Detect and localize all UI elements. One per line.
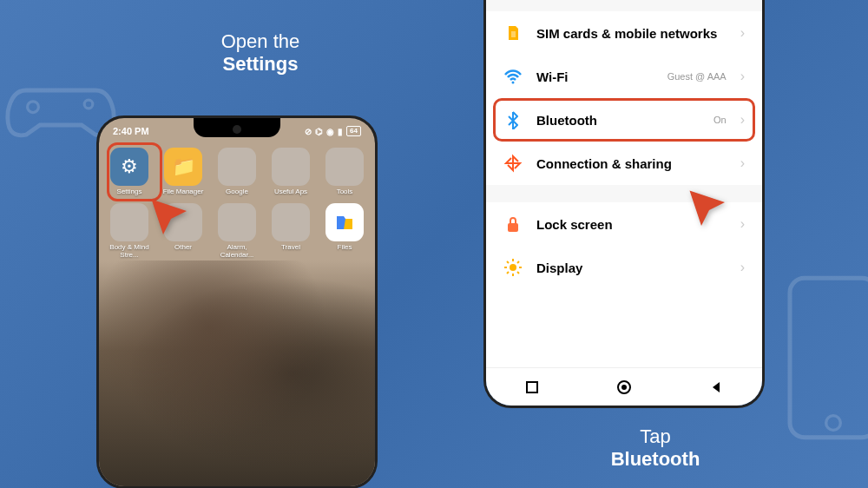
app-google[interactable]: Google bbox=[214, 148, 260, 196]
dnd-icon: ⊘ bbox=[305, 127, 312, 136]
chevron-right-icon: › bbox=[740, 69, 745, 84]
svg-point-3 bbox=[826, 416, 841, 431]
wallpaper bbox=[99, 260, 375, 486]
nav-recent-icon[interactable] bbox=[524, 379, 540, 395]
phone-notch bbox=[194, 118, 280, 137]
watermark-phone-icon bbox=[773, 271, 868, 445]
bluetooth-status-icon: ⌬ bbox=[315, 127, 323, 136]
app-label: Body & Mind Stre... bbox=[106, 244, 153, 260]
android-nav-bar bbox=[486, 367, 762, 406]
wifi-status-icon: ◉ bbox=[326, 127, 334, 136]
setting-value: Guest @ AAA bbox=[667, 71, 727, 82]
svg-line-12 bbox=[507, 261, 509, 263]
svg-line-13 bbox=[517, 272, 519, 274]
settings-highlight bbox=[107, 142, 162, 201]
caption-left: Open the Settings bbox=[182, 30, 339, 76]
battery-indicator: 64 bbox=[346, 126, 361, 136]
folder-icon bbox=[272, 203, 310, 241]
caption-right: Tap Bluetooth bbox=[577, 425, 733, 471]
app-icon bbox=[326, 203, 364, 241]
share-icon bbox=[503, 154, 523, 173]
chevron-right-icon: › bbox=[740, 155, 745, 171]
volume-button bbox=[377, 205, 378, 231]
caption-left-line2: Settings bbox=[182, 53, 339, 76]
setting-row-wifi[interactable]: Wi-FiGuest @ AAA› bbox=[486, 55, 762, 98]
folder-icon bbox=[272, 148, 310, 186]
svg-point-5 bbox=[512, 82, 515, 84]
app-file-manager[interactable]: 📁File Manager bbox=[160, 148, 207, 196]
app-body-mind-stre-[interactable]: Body & Mind Stre... bbox=[106, 203, 153, 260]
settings-list: Security status›SIM cards & mobile netwo… bbox=[486, 0, 762, 367]
svg-point-18 bbox=[621, 385, 627, 390]
app-label: Google bbox=[226, 188, 248, 196]
phone-home-screen: 2:40 PM ⊘ ⌬ ◉ ▮ 64 ⚙Settings📁File Manage… bbox=[96, 115, 378, 488]
app-label: Tools bbox=[337, 188, 353, 196]
folder-icon bbox=[218, 148, 256, 186]
power-button bbox=[377, 240, 378, 283]
section-divider bbox=[486, 0, 762, 11]
app-icon: 📁 bbox=[164, 148, 202, 186]
home-screen: 2:40 PM ⊘ ⌬ ◉ ▮ 64 ⚙Settings📁File Manage… bbox=[99, 118, 375, 486]
setting-row-share[interactable]: Connection & sharing› bbox=[486, 142, 762, 185]
bluetooth-highlight bbox=[493, 98, 755, 142]
setting-label: Connection & sharing bbox=[536, 156, 727, 171]
svg-rect-2 bbox=[790, 278, 868, 437]
setting-row-sim[interactable]: SIM cards & mobile networks› bbox=[486, 11, 762, 55]
signal-icon: ▮ bbox=[338, 127, 343, 136]
sim-icon bbox=[503, 23, 523, 43]
app-useful-aps[interactable]: Useful Aps bbox=[267, 148, 314, 196]
svg-line-14 bbox=[517, 261, 519, 263]
setting-label: Wi-Fi bbox=[536, 69, 654, 84]
svg-point-7 bbox=[510, 264, 516, 271]
status-indicators: ⊘ ⌬ ◉ ▮ 64 bbox=[305, 126, 361, 136]
chevron-right-icon: › bbox=[740, 25, 745, 41]
nav-back-icon[interactable] bbox=[708, 379, 724, 395]
app-files[interactable]: Files bbox=[321, 203, 368, 260]
pointer-arrow-right bbox=[686, 187, 764, 268]
lock-icon bbox=[503, 214, 523, 234]
sun-icon bbox=[503, 258, 523, 277]
folder-icon bbox=[110, 203, 148, 241]
svg-rect-16 bbox=[527, 382, 537, 392]
svg-point-1 bbox=[84, 100, 93, 109]
setting-row-bluetooth[interactable]: BluetoothOn› bbox=[486, 98, 762, 142]
svg-point-0 bbox=[28, 102, 39, 113]
app-label: Useful Aps bbox=[274, 188, 307, 196]
app-label: Travel bbox=[281, 244, 300, 252]
caption-right-line2: Bluetooth bbox=[577, 448, 733, 471]
app-tools[interactable]: Tools bbox=[321, 148, 368, 196]
wifi-icon bbox=[503, 67, 523, 86]
app-label: Files bbox=[338, 244, 352, 252]
pointer-arrow-left bbox=[148, 195, 226, 277]
caption-left-line1: Open the bbox=[221, 30, 300, 52]
svg-rect-4 bbox=[511, 31, 516, 37]
svg-line-15 bbox=[507, 272, 509, 274]
setting-label: SIM cards & mobile networks bbox=[536, 26, 727, 41]
caption-right-line1: Tap bbox=[640, 425, 670, 447]
status-time: 2:40 PM bbox=[113, 126, 149, 136]
nav-home-icon[interactable] bbox=[616, 379, 632, 395]
svg-rect-6 bbox=[508, 223, 518, 232]
app-travel[interactable]: Travel bbox=[267, 203, 314, 260]
folder-icon bbox=[326, 148, 364, 186]
